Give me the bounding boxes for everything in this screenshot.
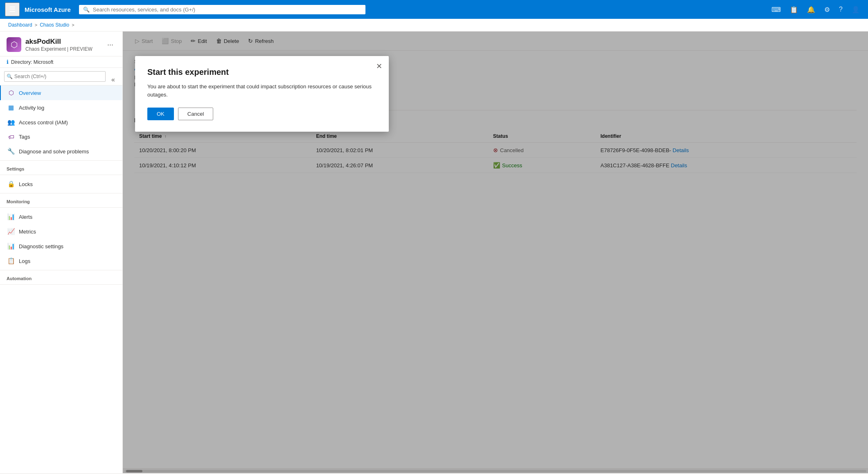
overview-icon: ⬡	[7, 89, 15, 97]
sidebar-item-logs[interactable]: 📋 Logs	[0, 254, 122, 268]
help-icon[interactable]: ?	[836, 3, 846, 16]
hamburger-menu[interactable]: ☰	[5, 2, 20, 16]
diagnostic-icon: 📊	[7, 243, 15, 250]
main-layout: ⬡ aksPodKill Chaos Experiment | PREVIEW …	[0, 31, 868, 473]
dialog-box: ✕ Start this experiment You are about to…	[135, 56, 389, 132]
dialog-ok-button[interactable]: OK	[147, 108, 174, 120]
sidebar-item-diagnose[interactable]: 🔧 Diagnose and solve problems	[0, 144, 122, 159]
content-area: ▷ Start ⬜ Stop ✏ Edit 🗑 Delete ↻ Refresh	[123, 31, 868, 473]
sidebar-overview-label: Overview	[19, 90, 41, 96]
breadcrumb-chaos-studio[interactable]: Chaos Studio	[40, 22, 69, 28]
dialog-cancel-button[interactable]: Cancel	[178, 108, 213, 120]
breadcrumb-dashboard[interactable]: Dashboard	[8, 22, 32, 28]
feedback-icon[interactable]: 📋	[787, 3, 801, 16]
sidebar-item-iam[interactable]: 👥 Access control (IAM)	[0, 115, 122, 130]
resource-more-button[interactable]: ···	[105, 40, 116, 50]
breadcrumb: Dashboard > Chaos Studio >	[0, 19, 868, 31]
settings-icon[interactable]: ⚙	[821, 3, 833, 16]
sidebar-item-metrics[interactable]: 📈 Metrics	[0, 224, 122, 239]
resource-subtitle: Chaos Experiment | PREVIEW	[25, 46, 101, 52]
global-search-input[interactable]	[93, 7, 361, 13]
sidebar-search-container: 🔍 «	[0, 68, 122, 85]
sidebar-item-alerts[interactable]: 📊 Alerts	[0, 209, 122, 224]
tags-icon: 🏷	[7, 133, 15, 140]
bell-icon[interactable]: 🔔	[804, 3, 818, 16]
dialog-title: Start this experiment	[147, 67, 377, 77]
user-icon[interactable]: 👤	[848, 3, 863, 16]
terminal-icon[interactable]: ⌨	[768, 3, 784, 16]
sidebar-activity-log-label: Activity log	[19, 105, 44, 111]
info-icon: ℹ	[7, 59, 9, 65]
directory-bar: ℹ Directory: Microsoft	[0, 56, 122, 68]
dialog-close-button[interactable]: ✕	[376, 63, 382, 70]
directory-label: Directory: Microsoft	[11, 59, 53, 65]
sidebar-item-activity-log[interactable]: ▦ Activity log	[0, 100, 122, 115]
resource-header: ⬡ aksPodKill Chaos Experiment | PREVIEW …	[0, 31, 122, 56]
resource-info: aksPodKill Chaos Experiment | PREVIEW	[25, 38, 101, 52]
sidebar-tags-label: Tags	[19, 134, 30, 140]
sidebar-search-icon: 🔍	[7, 74, 13, 79]
sidebar-locks-label: Locks	[19, 181, 33, 187]
chaos-icon: ⬡	[11, 40, 18, 49]
dialog-description: You are about to start the experiment th…	[147, 83, 377, 99]
metrics-icon: 📈	[7, 228, 15, 235]
diagnose-icon: 🔧	[7, 148, 15, 155]
sidebar-item-overview[interactable]: ⬡ Overview	[0, 85, 122, 100]
iam-icon: 👥	[7, 119, 15, 126]
alerts-icon: 📊	[7, 213, 15, 220]
azure-logo: Microsoft Azure	[25, 6, 71, 13]
sidebar-item-diagnostic[interactable]: 📊 Diagnostic settings	[0, 239, 122, 254]
settings-section-label: Settings	[0, 162, 122, 173]
resource-name: aksPodKill	[25, 38, 101, 46]
search-icon: 🔍	[83, 7, 90, 13]
sidebar-collapse-button[interactable]: «	[108, 74, 118, 85]
resource-icon: ⬡	[7, 37, 21, 52]
sidebar-search-wrap: 🔍	[4, 71, 106, 82]
sidebar-item-locks[interactable]: 🔒 Locks	[0, 177, 122, 191]
sidebar-diagnostic-label: Diagnostic settings	[19, 243, 63, 249]
logs-icon: 📋	[7, 257, 15, 265]
top-nav: ☰ Microsoft Azure 🔍 ⌨ 📋 🔔 ⚙ ? 👤	[0, 0, 868, 19]
breadcrumb-sep-1: >	[35, 22, 37, 27]
dialog-actions: OK Cancel	[147, 108, 377, 120]
nav-icons: ⌨ 📋 🔔 ⚙ ? 👤	[768, 3, 863, 16]
monitoring-section-label: Monitoring	[0, 195, 122, 206]
sidebar: ⬡ aksPodKill Chaos Experiment | PREVIEW …	[0, 31, 123, 473]
locks-icon: 🔒	[7, 180, 15, 188]
sidebar-search-input[interactable]	[4, 71, 106, 82]
sidebar-diagnose-label: Diagnose and solve problems	[19, 148, 89, 155]
sidebar-item-tags[interactable]: 🏷 Tags	[0, 130, 122, 144]
sidebar-iam-label: Access control (IAM)	[19, 119, 68, 126]
sidebar-navigation: ⬡ Overview ▦ Activity log 👥 Access contr…	[0, 85, 122, 473]
sidebar-alerts-label: Alerts	[19, 214, 32, 220]
sidebar-logs-label: Logs	[19, 258, 30, 264]
sidebar-metrics-label: Metrics	[19, 229, 36, 235]
global-search-bar[interactable]: 🔍	[79, 5, 365, 14]
activity-log-icon: ▦	[7, 104, 15, 111]
dialog-overlay: ✕ Start this experiment You are about to…	[123, 31, 868, 473]
breadcrumb-sep-2: >	[72, 22, 74, 27]
automation-section-label: Automation	[0, 272, 122, 283]
